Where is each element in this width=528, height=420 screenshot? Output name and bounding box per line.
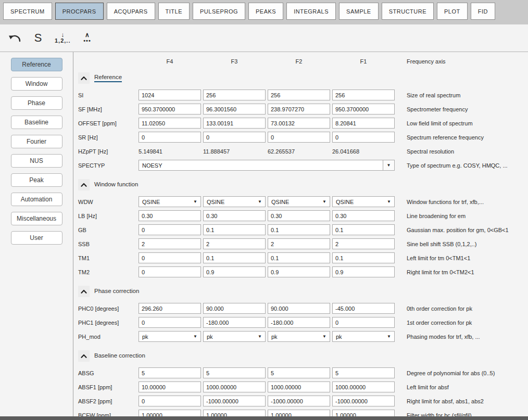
sidebar-item-automation[interactable]: Automation xyxy=(11,193,62,206)
absf1-input-f4[interactable] xyxy=(139,381,201,392)
offset-input-f4[interactable] xyxy=(139,118,201,129)
tab-spectrum[interactable]: SPECTRUM xyxy=(3,3,52,20)
sr-input-f4[interactable] xyxy=(139,132,201,143)
absg-input-f2[interactable] xyxy=(268,367,330,378)
tab-title[interactable]: TITLE xyxy=(158,3,190,20)
sidebar-item-reference[interactable]: Reference xyxy=(11,58,62,71)
sidebar-item-window[interactable]: Window xyxy=(11,77,62,91)
bcfw-input-f1[interactable] xyxy=(332,410,395,416)
tm2-input-f2[interactable] xyxy=(268,266,330,277)
sr-input-f2[interactable] xyxy=(268,132,330,143)
collapse-section-button[interactable] xyxy=(78,350,90,362)
tm1-input-f1[interactable] xyxy=(332,252,395,263)
collapse-all-icon[interactable]: ∧••• xyxy=(81,32,93,44)
status-params-icon[interactable]: S xyxy=(32,32,44,44)
tab-acqupars[interactable]: ACQUPARS xyxy=(107,3,155,20)
ssb-input-f2[interactable] xyxy=(268,238,330,249)
absg-input-f4[interactable] xyxy=(139,367,201,378)
absf1-input-f1[interactable] xyxy=(332,381,395,392)
absf2-input-f2[interactable] xyxy=(268,396,330,406)
lb-input-f1[interactable] xyxy=(332,210,395,221)
wdw-select-f1[interactable]: QSINE▼ xyxy=(332,196,395,207)
numbered-list-icon[interactable]: ↓1,2,.. xyxy=(55,32,70,44)
phc1-input-f3[interactable] xyxy=(203,317,266,328)
gb-input-f4[interactable] xyxy=(139,224,201,235)
collapse-section-button[interactable] xyxy=(78,286,90,297)
offset-input-f1[interactable] xyxy=(332,118,395,129)
offset-input-f3[interactable] xyxy=(203,118,266,129)
dropdown-arrow-button[interactable]: ▼ xyxy=(383,160,394,170)
phc1-input-f2[interactable] xyxy=(268,317,330,328)
ph-mod-select-f2[interactable]: pk▼ xyxy=(268,331,330,342)
sidebar-item-phase[interactable]: Phase xyxy=(11,96,62,110)
offset-input-f2[interactable] xyxy=(268,118,330,129)
si-input-f4[interactable] xyxy=(139,90,201,100)
phc0-input-f1[interactable] xyxy=(332,303,395,314)
ph-mod-select-f3[interactable]: pk▼ xyxy=(203,331,266,342)
si-input-f3[interactable] xyxy=(203,90,266,100)
tm1-input-f4[interactable] xyxy=(139,252,201,263)
sidebar-item-baseline[interactable]: Baseline xyxy=(11,116,62,129)
absf1-input-f2[interactable] xyxy=(268,381,330,392)
absf2-input-f1[interactable] xyxy=(332,396,395,406)
phc0-input-f4[interactable] xyxy=(139,303,201,314)
sidebar-item-user[interactable]: User xyxy=(11,231,62,245)
tab-structure[interactable]: STRUCTURE xyxy=(382,3,434,20)
tab-procpars[interactable]: PROCPARS xyxy=(55,3,104,20)
sidebar-item-nus[interactable]: NUS xyxy=(11,154,62,168)
tab-fid[interactable]: FID xyxy=(471,3,495,20)
bcfw-input-f3[interactable] xyxy=(203,410,266,416)
sf-input-f4[interactable] xyxy=(139,104,201,114)
tab-pulseprog[interactable]: PULSEPROG xyxy=(193,3,245,20)
absg-input-f3[interactable] xyxy=(203,367,266,378)
ssb-input-f4[interactable] xyxy=(139,238,201,249)
tm2-input-f4[interactable] xyxy=(139,266,201,277)
sr-input-f3[interactable] xyxy=(203,132,266,143)
tm2-input-f1[interactable] xyxy=(332,266,395,277)
sidebar-item-fourier[interactable]: Fourier xyxy=(11,135,62,148)
gb-input-f3[interactable] xyxy=(203,224,266,235)
wdw-select-f3[interactable]: QSINE▼ xyxy=(203,196,266,207)
lb-input-f2[interactable] xyxy=(268,210,330,221)
absg-input-f1[interactable] xyxy=(332,367,395,378)
tab-plot[interactable]: PLOT xyxy=(437,3,468,20)
phc1-input-f1[interactable] xyxy=(332,317,395,328)
collapse-section-button[interactable] xyxy=(78,179,90,190)
wdw-select-f4[interactable]: QSINE▼ xyxy=(139,196,201,207)
lb-input-f3[interactable] xyxy=(203,210,266,221)
absf2-input-f4[interactable] xyxy=(139,396,201,406)
param-label: TM2 xyxy=(78,269,136,275)
collapse-section-button[interactable] xyxy=(78,72,90,84)
phc1-input-f4[interactable] xyxy=(139,317,201,328)
undo-icon[interactable] xyxy=(8,33,21,43)
tab-sample[interactable]: SAMPLE xyxy=(339,3,379,20)
si-input-f1[interactable] xyxy=(332,90,395,100)
sf-input-f3[interactable] xyxy=(203,104,266,114)
tab-peaks[interactable]: PEAKS xyxy=(248,3,283,20)
ph-mod-select-f4[interactable]: pk▼ xyxy=(139,331,201,342)
gb-input-f2[interactable] xyxy=(268,224,330,235)
sidebar-item-miscellaneous[interactable]: Miscellaneous xyxy=(11,212,62,225)
tm1-input-f2[interactable] xyxy=(268,252,330,263)
absf2-input-f3[interactable] xyxy=(203,396,266,406)
phc0-input-f3[interactable] xyxy=(203,303,266,314)
si-input-f2[interactable] xyxy=(268,90,330,100)
bcfw-input-f4[interactable] xyxy=(139,410,201,416)
gb-input-f1[interactable] xyxy=(332,224,395,235)
sidebar-item-peak[interactable]: Peak xyxy=(11,173,62,187)
tab-integrals[interactable]: INTEGRALS xyxy=(286,3,336,20)
tm1-input-f3[interactable] xyxy=(203,252,266,263)
sf-input-f2[interactable] xyxy=(268,104,330,114)
sr-input-f1[interactable] xyxy=(332,132,395,143)
sf-input-f1[interactable] xyxy=(332,104,395,114)
wdw-select-f2[interactable]: QSINE▼ xyxy=(268,196,330,207)
phc0-input-f2[interactable] xyxy=(268,303,330,314)
lb-input-f4[interactable] xyxy=(139,210,201,221)
ssb-input-f3[interactable] xyxy=(203,238,266,249)
bcfw-input-f2[interactable] xyxy=(268,410,330,416)
tm2-input-f3[interactable] xyxy=(203,266,266,277)
spectyp-select[interactable]: NOESY▼ xyxy=(139,160,395,171)
absf1-input-f3[interactable] xyxy=(203,381,266,392)
ph-mod-select-f1[interactable]: pk▼ xyxy=(332,331,395,342)
ssb-input-f1[interactable] xyxy=(332,238,395,249)
